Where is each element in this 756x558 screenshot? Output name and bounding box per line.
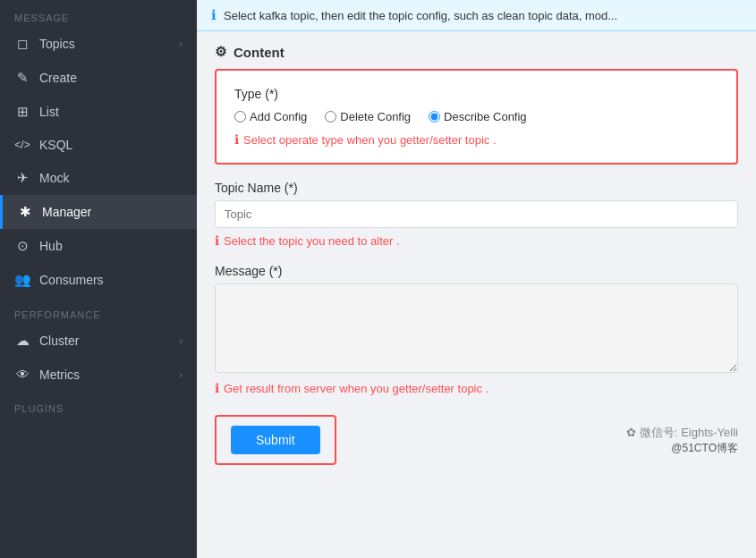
radio-delete-config[interactable]: Delete Config xyxy=(325,110,411,123)
topics-icon: ◻ xyxy=(14,36,30,52)
message-input[interactable] xyxy=(215,283,738,373)
message-section: Message (*) ℹ Get result from server whe… xyxy=(215,264,738,395)
cluster-icon: ☁ xyxy=(14,333,30,349)
message-error-msg: ℹ Get result from server when you getter… xyxy=(215,381,738,395)
sidebar-item-consumers[interactable]: 👥 Consumers xyxy=(0,263,197,297)
topic-name-error-text: Select the topic you need to alter . xyxy=(224,234,400,248)
radio-add-config-label: Add Config xyxy=(250,110,307,123)
topic-name-error-msg: ℹ Select the topic you need to alter . xyxy=(215,233,738,248)
info-icon: ℹ xyxy=(211,7,217,23)
submit-area: Submit ✿ 微信号: Eights-Yelli @51CTO博客 xyxy=(215,411,738,469)
top-banner-text: Select kafka topic, then edit the topic … xyxy=(224,9,617,22)
error-icon-message: ℹ xyxy=(215,381,219,395)
sidebar-item-label: KSQL xyxy=(39,138,72,152)
watermark-line2: @51CTO博客 xyxy=(626,441,738,456)
radio-delete-config-input[interactable] xyxy=(325,111,336,123)
watermark: ✿ 微信号: Eights-Yelli @51CTO博客 xyxy=(626,425,738,456)
sidebar-item-label: Topics xyxy=(39,37,75,51)
sidebar-item-create[interactable]: ✎ Create xyxy=(0,61,197,95)
sidebar-item-label: Hub xyxy=(39,239,63,253)
sidebar-item-metrics[interactable]: 👁 Metrics › xyxy=(0,358,197,391)
type-label: Type (*) xyxy=(234,87,718,101)
radio-group: Add Config Delete Config Describe Config xyxy=(234,110,718,123)
error-icon-topic: ℹ xyxy=(215,233,219,248)
sidebar-item-manager[interactable]: ✱ Manager xyxy=(0,195,197,229)
sidebar-item-mock[interactable]: ✈ Mock xyxy=(0,161,197,195)
submit-box: Submit xyxy=(215,415,336,465)
sidebar-item-label: Metrics xyxy=(39,368,80,382)
sidebar-item-label: Cluster xyxy=(39,334,79,348)
metrics-arrow: › xyxy=(179,369,183,380)
sidebar-item-ksql[interactable]: </> KSQL xyxy=(0,129,197,161)
cluster-arrow: › xyxy=(179,335,183,346)
sidebar-item-cluster[interactable]: ☁ Cluster › xyxy=(0,324,197,358)
error-icon-type: ℹ xyxy=(234,132,239,147)
topic-name-section: Topic Name (*) ℹ Select the topic you ne… xyxy=(215,181,738,248)
sidebar-item-label: Manager xyxy=(42,205,91,219)
list-icon: ⊞ xyxy=(14,104,30,120)
wm-icon: ✿ xyxy=(626,426,636,439)
radio-delete-config-label: Delete Config xyxy=(340,110,411,123)
metrics-icon: 👁 xyxy=(14,367,30,382)
watermark-line1: ✿ 微信号: Eights-Yelli xyxy=(626,425,738,441)
consumers-icon: 👥 xyxy=(14,272,30,288)
topic-name-input[interactable] xyxy=(215,200,738,228)
message-label: Message (*) xyxy=(215,264,738,278)
mock-icon: ✈ xyxy=(14,170,30,186)
type-error-msg: ℹ Select operate type when you getter/se… xyxy=(234,132,718,147)
submit-button[interactable]: Submit xyxy=(231,426,320,454)
sidebar-section-message: MESSAGE ◻ Topics › ✎ Create ⊞ List </> K… xyxy=(0,0,197,297)
sidebar-item-label: Create xyxy=(39,71,77,85)
sidebar-section-label-message: MESSAGE xyxy=(0,0,197,27)
ksql-icon: </> xyxy=(14,139,30,151)
sidebar-item-label: List xyxy=(39,105,59,119)
section-header: ⚙ Content xyxy=(215,31,738,69)
sidebar-section-label-performance: PERFORMANCE xyxy=(0,297,197,324)
manager-icon: ✱ xyxy=(17,204,33,220)
radio-add-config[interactable]: Add Config xyxy=(234,110,307,123)
sidebar-section-label-plugins: PLUGINS xyxy=(0,391,197,418)
sidebar-item-topics[interactable]: ◻ Topics › xyxy=(0,27,197,61)
topics-arrow: › xyxy=(179,38,183,49)
sidebar-item-list[interactable]: ⊞ List xyxy=(0,95,197,129)
radio-add-config-input[interactable] xyxy=(234,111,246,123)
create-icon: ✎ xyxy=(14,70,30,86)
sidebar: MESSAGE ◻ Topics › ✎ Create ⊞ List </> K… xyxy=(0,0,197,558)
radio-describe-config[interactable]: Describe Config xyxy=(429,110,527,123)
section-title: Content xyxy=(234,45,285,60)
sidebar-item-label: Consumers xyxy=(39,273,104,287)
hub-icon: ⊙ xyxy=(14,238,30,254)
radio-describe-config-input[interactable] xyxy=(429,111,440,123)
gear-icon: ⚙ xyxy=(215,44,226,60)
main-content: ℹ Select kafka topic, then edit the topi… xyxy=(197,0,756,558)
topic-name-label: Topic Name (*) xyxy=(215,181,738,195)
sidebar-item-label: Mock xyxy=(39,171,69,185)
sidebar-item-hub[interactable]: ⊙ Hub xyxy=(0,229,197,263)
type-error-text: Select operate type when you getter/sett… xyxy=(243,133,497,147)
sidebar-section-performance: PERFORMANCE ☁ Cluster › 👁 Metrics › xyxy=(0,297,197,391)
top-banner: ℹ Select kafka topic, then edit the topi… xyxy=(197,0,756,31)
content-area: ⚙ Content Type (*) Add Config Delete Con… xyxy=(197,31,756,558)
sidebar-section-plugins: PLUGINS xyxy=(0,391,197,418)
message-error-text: Get result from server when you getter/s… xyxy=(224,382,488,395)
radio-describe-config-label: Describe Config xyxy=(444,110,527,123)
content-box: Type (*) Add Config Delete Config Descri… xyxy=(215,69,738,165)
